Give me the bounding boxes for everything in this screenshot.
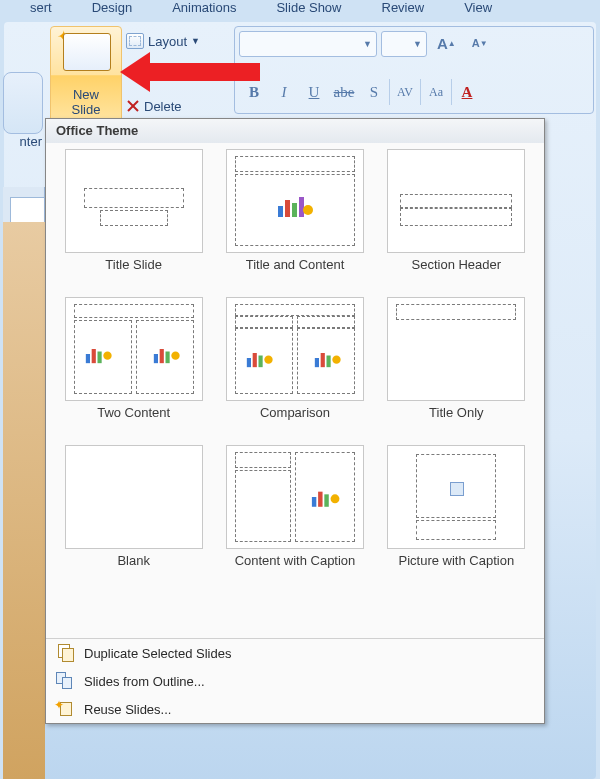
svg-point-18 [264, 356, 272, 364]
svg-point-22 [332, 356, 340, 364]
layout-title-only[interactable]: Title Only [379, 297, 534, 437]
slide-thumbnail[interactable] [10, 197, 45, 225]
layout-label: Layout [148, 34, 187, 49]
layout-title-slide[interactable]: Title Slide [56, 149, 211, 289]
svg-point-10 [103, 352, 111, 360]
svg-rect-4 [292, 203, 297, 217]
char-spacing-button[interactable]: AV [389, 79, 420, 105]
svg-rect-9 [97, 352, 101, 364]
delete-label: Delete [144, 99, 182, 114]
grow-font-button[interactable]: A▲ [431, 31, 462, 55]
font-group: ▼ ▼ A▲ A▼ B I U abe S AV Aa A [234, 26, 594, 114]
svg-rect-8 [91, 349, 95, 363]
svg-rect-21 [326, 356, 330, 368]
reuse-icon: ✦ [56, 700, 74, 718]
editor-bg-fragment [3, 222, 45, 779]
svg-rect-23 [312, 497, 316, 507]
layout-icon [126, 33, 144, 49]
tab-animations[interactable]: Animations [172, 0, 236, 18]
delete-x-icon [126, 99, 140, 113]
tab-design[interactable]: Design [92, 0, 132, 18]
svg-rect-20 [321, 353, 325, 367]
ribbon-tabs: sert Design Animations Slide Show Review… [0, 0, 600, 18]
duplicate-selected-slides[interactable]: Duplicate Selected Slides [46, 639, 544, 667]
font-color-button[interactable]: A [451, 79, 482, 105]
layout-section-header[interactable]: Section Header [379, 149, 534, 289]
underline-button[interactable]: U [299, 79, 329, 105]
layout-two-content[interactable]: Two Content [56, 297, 211, 437]
svg-rect-15 [247, 358, 251, 367]
svg-rect-2 [278, 206, 283, 217]
tab-view[interactable]: View [464, 0, 492, 18]
slides-from-outline[interactable]: Slides from Outline... [46, 667, 544, 695]
shrink-font-button[interactable]: A▼ [466, 31, 494, 55]
slide-icon [63, 33, 111, 71]
svg-rect-7 [85, 354, 89, 363]
layout-picture-with-caption[interactable]: Picture with Caption [379, 445, 534, 585]
layout-button[interactable]: Layout ▼ [126, 30, 212, 52]
clipboard-group-fragment: nter [3, 72, 43, 134]
strikethrough-button[interactable]: abe [329, 79, 359, 105]
svg-rect-25 [324, 494, 328, 506]
reuse-slides[interactable]: ✦ Reuse Slides... [46, 695, 544, 723]
gallery-footer: Duplicate Selected Slides Slides from Ou… [46, 638, 544, 723]
svg-rect-19 [315, 358, 319, 367]
gallery-header: Office Theme [46, 119, 544, 143]
svg-rect-17 [258, 356, 262, 368]
picture-icon [450, 482, 464, 496]
layout-comparison[interactable]: Comparison [217, 297, 372, 437]
svg-rect-24 [318, 492, 322, 507]
tab-insert[interactable]: sert [30, 0, 52, 18]
svg-rect-11 [153, 354, 157, 363]
duplicate-icon [56, 644, 74, 662]
svg-rect-16 [253, 353, 257, 367]
annotation-arrow [120, 52, 260, 92]
delete-button[interactable]: Delete [126, 95, 212, 117]
outline-icon [56, 672, 74, 690]
new-slide-gallery: Office Theme Title Slide Tit [45, 118, 545, 724]
layout-blank[interactable]: Blank [56, 445, 211, 585]
italic-button[interactable]: I [269, 79, 299, 105]
slides-group-label-fragment: nter [4, 134, 42, 149]
layout-grid: Title Slide Title and Content [56, 149, 534, 585]
font-size-combo[interactable]: ▼ [381, 31, 427, 57]
shadow-button[interactable]: S [359, 79, 389, 105]
svg-point-26 [331, 494, 340, 503]
svg-point-6 [303, 205, 313, 215]
new-slide-label: New Slide [51, 87, 121, 117]
svg-rect-5 [299, 197, 304, 217]
layout-title-and-content[interactable]: Title and Content [217, 149, 372, 289]
change-case-button[interactable]: Aa [420, 79, 451, 105]
svg-rect-13 [165, 352, 169, 364]
tab-review[interactable]: Review [382, 0, 425, 18]
svg-point-14 [171, 352, 179, 360]
svg-rect-12 [159, 349, 163, 363]
layout-content-with-caption[interactable]: Content with Caption [217, 445, 372, 585]
tab-slideshow[interactable]: Slide Show [276, 0, 341, 18]
svg-rect-3 [285, 200, 290, 217]
dropdown-icon: ▼ [191, 36, 200, 46]
left-sidebar: nter [0, 22, 45, 779]
